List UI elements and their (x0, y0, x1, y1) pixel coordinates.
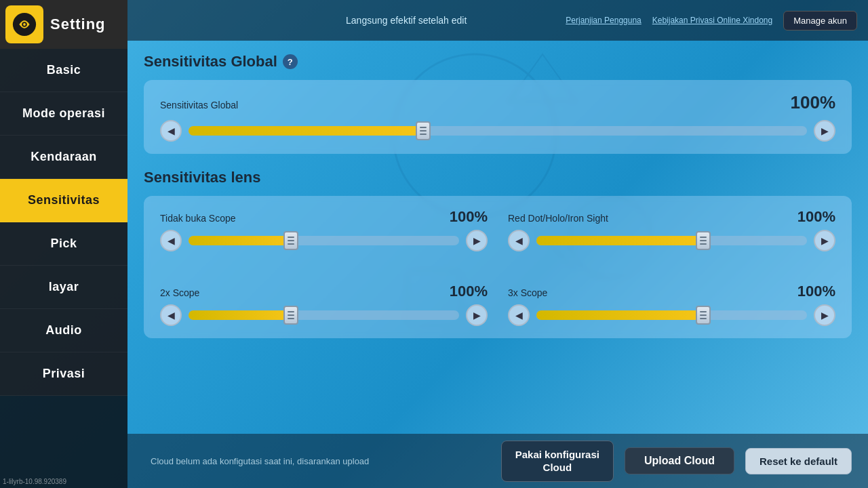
manage-account-button[interactable]: Manage akun (783, 11, 857, 30)
global-sensitivity-card: Sensitivitas Global 100% ◀ ▶ (144, 80, 852, 154)
sidebar-item-basic[interactable]: Basic (0, 49, 127, 92)
cloud-notice: Cloud belum ada konfigutasi saat ini, di… (151, 456, 490, 466)
pakai-konfigurasi-button[interactable]: Pakai konfigurasiCloud (501, 441, 614, 482)
red-dot-decrement[interactable]: ◀ (508, 230, 530, 251)
lens1-thumb[interactable] (696, 231, 711, 250)
svg-point-7 (23, 23, 26, 26)
tidak-buka-track: ◀ ▶ (160, 230, 488, 251)
header-links: Perjanjian Pengguna Kebijakan Privasi On… (566, 11, 857, 30)
global-slider-track: ◀ ▶ (160, 120, 835, 142)
sidebar-item-mode-operasi[interactable]: Mode operasi (0, 92, 127, 136)
tidak-buka-increment[interactable]: ▶ (466, 230, 488, 251)
header: Langsung efektif setelah edit Perjanjian… (127, 0, 868, 41)
red-dot-track: ◀ ▶ (508, 230, 835, 251)
sidebar-item-sensitivitas[interactable]: Sensitivitas (0, 179, 127, 222)
global-slider-increment[interactable]: ▶ (814, 120, 835, 142)
user-agreement-link[interactable]: Perjanjian Pengguna (566, 16, 641, 25)
lens-item-2x: 2x Scope 100% ◀ ▶ (160, 283, 488, 326)
global-slider-value: 100% (781, 92, 835, 113)
sidebar-item-pick[interactable]: Pick (0, 222, 127, 266)
global-slider-thumb[interactable] (416, 121, 431, 140)
lens-sliders-grid: Tidak buka Scope 100% ◀ ▶ (160, 208, 835, 326)
lens2-fill (189, 310, 292, 320)
lens-item-red-dot: Red Dot/Holo/Iron Sight 100% ◀ ▶ (508, 208, 835, 251)
red-dot-outer[interactable] (536, 236, 807, 245)
header-notice: Langsung efektif setelah edit (247, 15, 566, 26)
lens-section-title: Sensitivitas lens (144, 169, 852, 186)
help-icon[interactable]: ? (283, 54, 298, 69)
tidak-buka-outer[interactable] (189, 236, 459, 245)
3x-scope-value: 100% (781, 283, 835, 300)
tidak-buka-label: Tidak buka Scope (160, 213, 269, 224)
3x-scope-increment[interactable]: ▶ (814, 304, 835, 326)
setting-title: Setting (50, 16, 106, 33)
red-dot-value: 100% (781, 208, 835, 226)
3x-scope-outer[interactable] (536, 310, 807, 320)
version-text: 1-lilyrb-10.98.920389 (3, 478, 66, 485)
2x-scope-decrement[interactable]: ◀ (160, 304, 182, 326)
2x-scope-outer[interactable] (189, 310, 459, 320)
tidak-buka-decrement[interactable]: ◀ (160, 230, 182, 251)
sidebar-item-layar[interactable]: layar (0, 266, 127, 309)
lens3-thumb[interactable] (696, 306, 711, 325)
app-logo-icon (5, 5, 43, 43)
global-slider-decrement[interactable]: ◀ (160, 120, 182, 142)
3x-scope-decrement[interactable]: ◀ (508, 304, 530, 326)
lens0-thumb[interactable] (283, 231, 298, 250)
2x-scope-label: 2x Scope (160, 287, 269, 298)
upload-cloud-button[interactable]: Upload Cloud (625, 447, 734, 474)
sidebar: Setting Basic Mode operasi Kendaraan Sen… (0, 0, 127, 488)
privacy-policy-link[interactable]: Kebijakan Privasi Online Xindong (652, 16, 772, 25)
red-dot-increment[interactable]: ▶ (814, 230, 835, 251)
lens-item-3x: 3x Scope 100% ◀ ▶ (508, 283, 835, 326)
lens3-fill (536, 310, 704, 320)
lens-item-tidak-buka: Tidak buka Scope 100% ◀ ▶ (160, 208, 488, 251)
3x-scope-label: 3x Scope (508, 287, 616, 298)
lens1-fill (536, 236, 704, 245)
logo-area: Setting (0, 0, 127, 49)
3x-scope-track: ◀ ▶ (508, 304, 835, 326)
lens2-thumb[interactable] (283, 306, 298, 325)
red-dot-label: Red Dot/Holo/Iron Sight (508, 213, 616, 224)
global-slider-label: Sensitivitas Global (160, 100, 269, 110)
sidebar-item-kendaraan[interactable]: Kendaraan (0, 136, 127, 179)
main-content: Sensitivitas Global ? Sensitivitas Globa… (127, 41, 868, 488)
global-section-title: Sensitivitas Global ? (144, 53, 852, 70)
lens0-fill (189, 236, 292, 245)
2x-scope-increment[interactable]: ▶ (466, 304, 488, 326)
global-slider-fill (189, 126, 424, 136)
global-slider-outer[interactable] (189, 126, 807, 136)
bottom-bar: Cloud belum ada konfigutasi saat ini, di… (127, 434, 868, 488)
reset-default-button[interactable]: Reset ke default (745, 448, 852, 474)
tidak-buka-value: 100% (433, 208, 488, 226)
sidebar-item-privasi[interactable]: Privasi (0, 352, 127, 396)
sidebar-item-audio[interactable]: Audio (0, 309, 127, 352)
2x-scope-value: 100% (433, 283, 488, 300)
lens-sensitivity-card: Tidak buka Scope 100% ◀ ▶ (144, 196, 852, 338)
2x-scope-track: ◀ ▶ (160, 304, 488, 326)
